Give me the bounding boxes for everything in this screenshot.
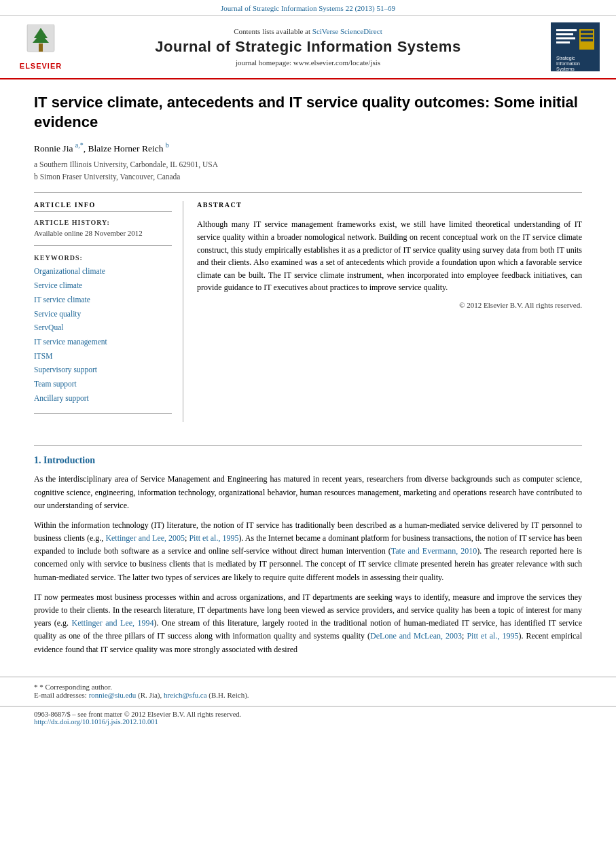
list-item: Service climate (34, 279, 172, 293)
journal-homepage: journal homepage: www.elsevier.com/locat… (68, 58, 548, 67)
keyword-link[interactable]: Organizational climate (34, 267, 105, 275)
copyright-line: © 2012 Elsevier B.V. All rights reserved… (197, 301, 582, 309)
sciverse-link[interactable]: SciVerse ScienceDirect (312, 27, 382, 35)
body-top-divider (34, 445, 582, 446)
list-item: Service quality (34, 307, 172, 321)
svg-rect-10 (581, 31, 593, 33)
list-item: Organizational climate (34, 264, 172, 279)
page-footer: 0963-8687/$ – see front matter © 2012 El… (0, 706, 616, 730)
corresponding-author-note: * * Corresponding author. (34, 683, 582, 691)
jsis-logo-icon: Strategic Information Systems (551, 22, 600, 71)
elsevier-tree-icon (20, 24, 61, 62)
available-online: Available online 28 November 2012 (34, 229, 172, 237)
keyword-link[interactable]: Team support (34, 380, 77, 388)
article-info-abstract: ARTICLE INFO Article history: Available … (34, 201, 582, 422)
ref-kettinger-2005[interactable]: Kettinger and Lee, 2005 (105, 533, 185, 543)
ref-pitt-1995b[interactable]: Pitt et al., 1995 (467, 631, 518, 641)
ref-tate-2010[interactable]: Tate and Evermann, 2010 (391, 546, 477, 556)
footnotes-section: * * Corresponding author. E-mail address… (0, 677, 616, 699)
email-label: E-mail addresses: (34, 691, 87, 699)
contents-text: Contents lists available at (234, 27, 312, 35)
body-paragraph-3: IT now permeates most business processes… (34, 591, 582, 656)
list-item: Ancillary support (34, 391, 172, 406)
section1-heading: 1. Introduction (34, 455, 582, 466)
keywords-label: Keywords: (34, 254, 172, 262)
ref-delone-2003[interactable]: DeLone and McLean, 2003 (370, 631, 462, 641)
article-header-section: IT service climate, antecedents and IT s… (0, 79, 616, 435)
journal-logo-right: Strategic Information Systems (548, 22, 602, 71)
journal-title: Journal of Strategic Information Systems (68, 38, 548, 56)
ref-kettinger-1994[interactable]: Kettinger and Lee, 1994 (72, 618, 154, 628)
journal-citation-bar: Journal of Strategic Information Systems… (0, 0, 616, 16)
abstract-heading: ABSTRACT (197, 201, 582, 211)
list-item: Supervisory support (34, 363, 172, 377)
keyword-link[interactable]: Ancillary support (34, 394, 89, 402)
info-divider (34, 245, 172, 246)
elsevier-brand-text: ELSEVIER (20, 62, 62, 70)
abstract-panel: ABSTRACT Although many IT service manage… (197, 201, 582, 422)
keywords-section: Keywords: Organizational climate Service… (34, 254, 172, 405)
article-title: IT service climate, antecedents and IT s… (34, 93, 582, 132)
svg-text:Systems: Systems (556, 67, 575, 71)
list-item: ServQual (34, 321, 172, 335)
list-item: IT service management (34, 335, 172, 349)
body-paragraph-1: As the interdisciplinary area of Service… (34, 473, 582, 512)
keyword-link[interactable]: ServQual (34, 323, 63, 332)
elsevier-logo-left: ELSEVIER (14, 24, 68, 70)
keyword-link[interactable]: Supervisory support (34, 365, 97, 374)
article-info-panel: ARTICLE INFO Article history: Available … (34, 201, 183, 422)
article-info-heading: ARTICLE INFO (34, 201, 172, 212)
email-note: E-mail addresses: ronnie@siu.edu (R. Jia… (34, 691, 582, 699)
svg-rect-5 (556, 29, 577, 31)
affiliation-a: a Southern Illinois University, Carbonda… (34, 158, 582, 171)
corresponding-star-note: * (34, 683, 39, 691)
svg-rect-8 (556, 41, 570, 43)
svg-text:Strategic: Strategic (556, 56, 575, 61)
journal-citation: Journal of Strategic Information Systems… (221, 4, 395, 12)
body-paragraph-2: Within the information technology (IT) l… (34, 519, 582, 584)
svg-text:Information: Information (556, 61, 580, 66)
contents-available-line: Contents lists available at SciVerse Sci… (68, 27, 548, 35)
affiliation-a-sup: a, (75, 141, 80, 149)
keyword-link[interactable]: IT service management (34, 338, 107, 346)
keywords-list: Organizational climate Service climate I… (34, 264, 172, 405)
svg-rect-1 (39, 43, 43, 52)
svg-rect-7 (556, 37, 575, 39)
ref-pitt-1995[interactable]: Pitt et al., 1995 (189, 533, 238, 543)
keyword-link[interactable]: Service climate (34, 281, 82, 289)
email1-name: (R. Jia), (138, 691, 162, 699)
author-blaize: , Blaize Horner Reich (84, 143, 166, 154)
list-item: ITSM (34, 349, 172, 363)
journal-title-block: Contents lists available at SciVerse Sci… (68, 27, 548, 67)
corresponding-label: * Corresponding author. (39, 683, 112, 691)
email1-link[interactable]: ronnie@siu.edu (89, 691, 137, 699)
journal-header: ELSEVIER Contents lists available at Sci… (0, 16, 616, 79)
keyword-link[interactable]: IT service climate (34, 296, 90, 304)
abstract-text: Although many IT service management fram… (197, 218, 582, 294)
list-item: IT service climate (34, 293, 172, 307)
affiliation-b-sup: b (166, 141, 169, 149)
affiliations-block: a Southern Illinois University, Carbonda… (34, 158, 582, 183)
author-ronnie: Ronnie Jia (34, 143, 75, 154)
keyword-link[interactable]: ITSM (34, 352, 52, 360)
header-divider (34, 192, 582, 193)
email2-link[interactable]: hreich@sfu.ca (164, 691, 207, 699)
issn-line: 0963-8687/$ – see front matter © 2012 El… (34, 711, 582, 718)
doi-link[interactable]: http://dx.doi.org/10.1016/j.jsis.2012.10… (34, 718, 158, 726)
keywords-bottom-divider (34, 413, 172, 414)
authors-line: Ronnie Jia a,*, Blaize Horner Reich b (34, 141, 582, 154)
svg-rect-11 (581, 35, 593, 37)
svg-rect-12 (581, 39, 593, 41)
article-body: 1. Introduction As the interdisciplinary… (0, 445, 616, 676)
article-history-label: Article history: (34, 219, 172, 226)
affiliation-b: b Simon Fraser University, Vancouver, Ca… (34, 171, 582, 183)
svg-rect-6 (556, 33, 573, 35)
list-item: Team support (34, 377, 172, 391)
keyword-link[interactable]: Service quality (34, 310, 81, 318)
email2-name: (B.H. Reich). (209, 691, 249, 699)
